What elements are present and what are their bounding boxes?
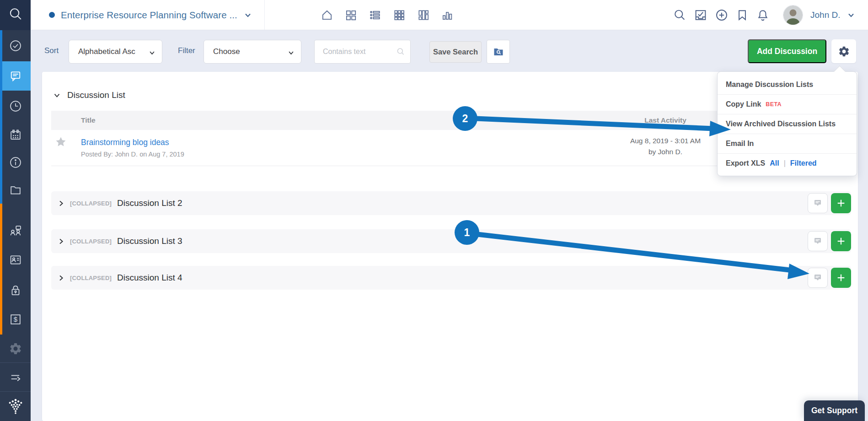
sort-select[interactable]: Alphabetical Asc — [69, 40, 162, 64]
bell-icon — [756, 8, 770, 22]
menu-item-label: Copy Link — [726, 100, 761, 108]
sidebar-item-discussions[interactable] — [0, 61, 31, 91]
menu-item-manage-discussion-lists[interactable]: Manage Discussion Lists — [718, 75, 857, 94]
project-color-dot — [49, 12, 55, 18]
menu-item-view-archived-discussion-lists[interactable]: View Archived Discussion Lists — [718, 114, 857, 134]
calendar-icon — [9, 128, 22, 142]
sidebar-item-contacts[interactable] — [0, 247, 31, 273]
view-chart-button[interactable] — [440, 8, 454, 22]
quick-add-button[interactable] — [714, 8, 729, 22]
add-to-list-button[interactable] — [831, 268, 851, 288]
view-board-button[interactable] — [417, 8, 430, 22]
collapsed-list-discussion-list-2[interactable]: [COLLAPSED] Discussion List 2 — [51, 191, 851, 215]
collapsed-list-discussion-list-4[interactable]: [COLLAPSED] Discussion List 4 — [51, 266, 851, 290]
add-discussion-button[interactable]: Add Discussion — [748, 39, 826, 63]
sidebar-item-calendar[interactable] — [0, 122, 31, 148]
task-tray-icon — [694, 8, 707, 22]
chevron-down-icon — [847, 11, 856, 20]
header-search-button[interactable] — [672, 8, 687, 22]
last-activity-by: by John D. — [608, 146, 723, 157]
view-discussions-button[interactable] — [808, 268, 828, 288]
gear-icon — [9, 342, 22, 356]
favorite-star-icon[interactable] — [55, 136, 67, 150]
chevron-down-icon — [288, 49, 295, 56]
section-title: Discussion List — [67, 90, 125, 100]
bookmark-icon — [735, 8, 749, 22]
top-header: Enterprise Resource Planning Software ..… — [31, 0, 868, 30]
sidebar-item-billing[interactable]: $ — [0, 307, 31, 332]
bookmarks-button[interactable] — [735, 8, 750, 22]
view-grid-button[interactable] — [392, 8, 406, 22]
my-tasks-button[interactable] — [693, 8, 708, 22]
sidebar-item-settings[interactable] — [0, 336, 31, 362]
sidebar-progress-strip-blue — [0, 30, 2, 204]
sidebar: $ — [0, 0, 31, 421]
sidebar-item-files[interactable] — [0, 177, 31, 203]
add-to-list-button[interactable] — [831, 193, 851, 213]
discussion-board-icon — [812, 198, 823, 209]
view-discussions-button[interactable] — [808, 231, 828, 251]
folder-search-icon — [493, 46, 504, 58]
check-circle-icon — [9, 39, 22, 53]
menu-item-export-xls: Export XLS All | Filtered — [718, 153, 857, 173]
discussion-board-icon — [812, 272, 823, 283]
board-view-icon — [417, 9, 430, 22]
search-icon — [396, 47, 405, 56]
collapsed-list-name: Discussion List 2 — [117, 198, 182, 208]
menu-item-email-in[interactable]: Email In — [718, 134, 857, 153]
user-menu[interactable]: John D. — [810, 0, 856, 30]
discussion-list-section-header[interactable]: Discussion List — [53, 90, 125, 100]
sidebar-search-button[interactable] — [0, 0, 31, 30]
grid-view-icon — [393, 9, 406, 22]
search-icon — [673, 8, 686, 22]
chevron-right-icon — [58, 200, 64, 207]
discussion-board-icon — [812, 236, 823, 247]
view-home-button[interactable] — [320, 8, 334, 22]
column-header-title: Title — [81, 111, 96, 130]
app-logo[interactable] — [0, 394, 31, 418]
view-list-button[interactable] — [368, 8, 382, 22]
annotation-step-2-badge: 2 — [453, 106, 477, 131]
gear-icon — [838, 45, 850, 58]
chart-view-icon — [441, 9, 454, 22]
view-cards-button[interactable] — [344, 8, 358, 22]
collapsed-list-discussion-list-3[interactable]: [COLLAPSED] Discussion List 3 — [51, 229, 851, 253]
add-to-list-button[interactable] — [831, 231, 851, 251]
team-discussion-icon — [9, 224, 22, 238]
folder-icon — [9, 183, 22, 197]
collapsed-tag: [COLLAPSED] — [70, 238, 112, 245]
link-separator: | — [784, 159, 786, 167]
sidebar-item-approvals[interactable] — [0, 33, 31, 59]
export-filtered-link[interactable]: Filtered — [790, 159, 817, 167]
sidebar-item-time[interactable] — [0, 93, 31, 119]
plus-icon — [836, 273, 846, 283]
export-all-link[interactable]: All — [770, 159, 779, 167]
sidebar-item-info[interactable] — [0, 150, 31, 175]
contact-card-icon — [9, 253, 22, 267]
view-discussions-button[interactable] — [808, 193, 828, 213]
chevron-down-icon — [243, 11, 252, 20]
notifications-button[interactable] — [755, 8, 770, 22]
contains-text-field — [314, 40, 411, 64]
save-search-button[interactable]: Save Search — [429, 41, 482, 63]
chevron-right-icon — [58, 275, 64, 281]
lock-icon — [9, 284, 22, 297]
sidebar-item-team-discussions[interactable] — [0, 218, 31, 244]
saved-searches-button[interactable] — [487, 40, 510, 64]
chevron-down-icon — [53, 92, 61, 99]
sidebar-collapse-button[interactable] — [0, 364, 31, 390]
sidebar-item-permissions[interactable] — [0, 278, 31, 303]
beta-badge: BETA — [766, 101, 782, 108]
sidebar-divider — [0, 362, 31, 363]
billing-icon: $ — [9, 313, 22, 326]
settings-gear-button[interactable] — [831, 39, 856, 63]
avatar[interactable] — [783, 5, 803, 25]
project-switcher[interactable]: Enterprise Resource Planning Software ..… — [49, 0, 265, 30]
menu-item-copy-link[interactable]: Copy Link BETA — [718, 94, 857, 114]
get-support-button[interactable]: Get Support — [804, 400, 865, 421]
plus-circle-icon — [715, 8, 729, 22]
filter-select[interactable]: Choose — [204, 40, 301, 64]
discussion-link[interactable]: Brainstorming blog ideas — [81, 138, 169, 147]
gear-dropdown-menu: Manage Discussion Lists Copy Link BETA V… — [717, 71, 857, 176]
collapsed-tag: [COLLAPSED] — [70, 200, 112, 207]
